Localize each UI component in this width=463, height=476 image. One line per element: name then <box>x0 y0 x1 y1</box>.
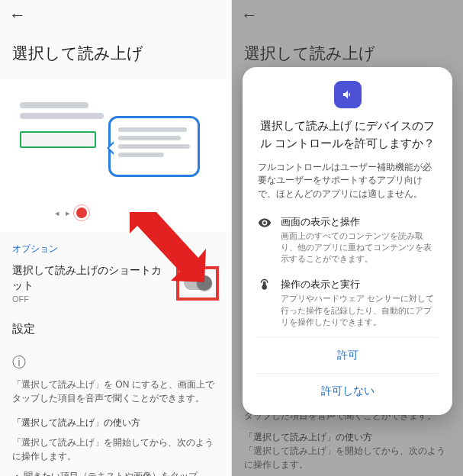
app-icon <box>334 81 362 108</box>
deny-button[interactable]: 許可しない <box>256 373 439 409</box>
perm1-body: 画面上のすべてのコンテンツを読み取り、他のアプリに重ねてコンテンツを表示すること… <box>281 230 437 265</box>
annotation-highlight <box>176 266 219 301</box>
screen-right: ← 選択して読み上げ 「選択して読み上げ」を ON にすると、画面上でタップした… <box>232 0 463 476</box>
record-icon <box>76 207 87 218</box>
illustration-text-lines <box>20 102 104 124</box>
shortcut-state: OFF <box>12 294 170 304</box>
prev-icon: ◂ <box>55 208 59 218</box>
back-icon[interactable]: ← <box>9 5 26 25</box>
permission-row-1: 画面の表示と操作 画面上のすべてのコンテンツを読み取り、他のアプリに重ねてコンテ… <box>256 211 439 275</box>
info-icon: ⓘ <box>0 344 231 375</box>
allow-button[interactable]: 許可 <box>256 337 439 373</box>
perm1-title: 画面の表示と操作 <box>281 216 437 229</box>
touch-icon <box>258 278 273 328</box>
play-icon: ▸ <box>66 208 70 218</box>
screen-left: ← 選択して読み上げ ◂ ▸ オプション 選択して読み上げのショートカット OF… <box>0 0 231 476</box>
settings-heading[interactable]: 設定 <box>0 305 231 344</box>
perm2-title: 操作の表示と実行 <box>281 278 437 291</box>
eye-icon <box>258 216 273 265</box>
permission-dialog: 選択して読み上げ にデバイスのフル コントロールを許可しますか？ フルコントロー… <box>243 67 452 415</box>
illustration-card: ◂ ▸ <box>0 79 231 232</box>
shortcut-row[interactable]: 選択して読み上げのショートカット OFF <box>0 259 231 305</box>
dialog-title: 選択して読み上げ にデバイスのフル コントロールを許可しますか？ <box>256 117 439 152</box>
help-text-2: 「選択して読み上げ」を開始してから、次のように操作します。 <box>0 433 231 466</box>
illustration-speech-bubble <box>108 116 200 177</box>
options-label: オプション <box>0 232 231 259</box>
permission-row-2: 操作の表示と実行 アプリやハードウェア センサーに対して行った操作を記録したり、… <box>256 274 439 337</box>
help-text-1: 「選択して読み上げ」を ON にすると、画面上でタップした項目を音声で聞くことが… <box>0 375 231 408</box>
shortcut-title: 選択して読み上げのショートカット <box>12 263 170 293</box>
perm2-body: アプリやハードウェア センサーに対して行った操作を記録したり、自動的にアプリを操… <box>281 293 437 328</box>
help-subheading: 「選択して読み上げ」の使い方 <box>0 408 231 433</box>
illustration-play-controls: ◂ ▸ <box>55 207 87 218</box>
shortcut-toggle[interactable] <box>184 276 211 290</box>
topbar: ← <box>0 0 231 31</box>
help-text-3: ・ 聞きたい項目（テキストや画像）をタップ <box>0 466 231 476</box>
illustration-selection-box <box>20 131 96 148</box>
page-title: 選択して読み上げ <box>0 31 231 79</box>
dialog-description: フルコントロールはユーザー補助機能が必要なユーザーをサポートするアプリ向けで、ほ… <box>256 152 439 211</box>
